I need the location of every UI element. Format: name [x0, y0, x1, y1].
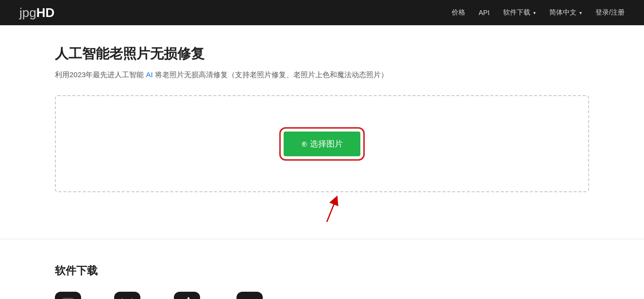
download-item-android[interactable]: Android AppGoogle Play [110, 292, 145, 299]
navbar: jpgHD 价格 API 软件下载 ▾ 简体中文 ▾ 登录/注册 [0, 0, 644, 25]
arrow-icon [303, 195, 341, 224]
logo-hd: HD [36, 5, 55, 20]
select-image-button[interactable]: ⊕ 选择图片 [284, 132, 361, 156]
nav-lang-label: 简体中文 [549, 8, 576, 17]
nav-login[interactable]: 登录/注册 [595, 8, 625, 17]
download-grid: iOS iOS App Android AppGoogle Play [55, 292, 589, 299]
download-item-ios[interactable]: iOS iOS App [55, 292, 81, 299]
logo[interactable]: jpgHD [19, 5, 54, 20]
software-section: 软件下载 iOS iOS App [35, 249, 609, 299]
nav-price[interactable]: 价格 [452, 8, 465, 17]
upload-area[interactable]: ⊕ 选择图片 [55, 95, 589, 192]
macos-icon [174, 292, 200, 299]
nav-lang-dropdown[interactable]: 简体中文 ▾ [549, 8, 582, 17]
nav-software-dropdown[interactable]: 软件下载 ▾ [503, 8, 536, 17]
logo-jpg: jpg [19, 5, 36, 20]
nav-api[interactable]: API [479, 9, 490, 17]
svg-line-1 [327, 200, 336, 222]
main-content: 人工智能老照片无损修复 利用2023年最先进人工智能 AI 将老照片无损高清修复… [35, 25, 609, 192]
download-item-macos[interactable]: Mac OS [174, 292, 200, 299]
section-divider [0, 239, 644, 239]
page-title: 人工智能老照片无损修复 [55, 45, 589, 63]
subtitle-pre: 利用2023年最先进人工智能 [55, 70, 146, 79]
ios-icon: iOS [55, 292, 81, 299]
subtitle-post: 将老照片无损高清修复（支持老照片修复、老照片上色和魔法动态照片） [153, 70, 388, 79]
page-subtitle: 利用2023年最先进人工智能 AI 将老照片无损高清修复（支持老照片修复、老照片… [55, 69, 589, 81]
nav-software-label: 软件下载 [503, 8, 530, 17]
windows-icon [237, 292, 263, 299]
chevron-down-icon: ▾ [579, 10, 582, 16]
software-section-title: 软件下载 [55, 264, 589, 278]
android-icon [114, 292, 140, 299]
download-item-windows[interactable]: Windows 32bitWindows 64bit [229, 292, 271, 299]
arrow-annotation [0, 195, 644, 224]
nav-links: 价格 API 软件下载 ▾ 简体中文 ▾ 登录/注册 [452, 8, 625, 17]
chevron-down-icon: ▾ [533, 10, 536, 16]
subtitle-ai: AI [146, 70, 153, 79]
